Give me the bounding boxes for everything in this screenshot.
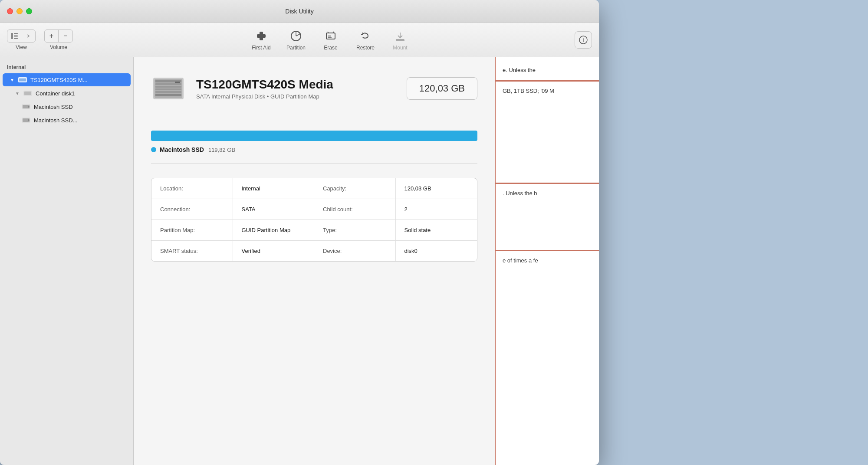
sidebar-section-header: Internal [0, 62, 133, 73]
info-cell-connection-value: SATA [233, 199, 315, 219]
partmap-value: GUID Partition Map [242, 227, 291, 233]
disk-icon-ts120 [18, 75, 27, 84]
table-row: Connection: SATA Child count: 2 [151, 199, 477, 220]
info-cell-device-label: Device: [314, 241, 396, 261]
view-chevron-button[interactable] [21, 30, 35, 42]
info-cell-location-value: Internal [233, 178, 315, 199]
right-panel-text4: e of times a fe [503, 256, 592, 265]
disclosure-arrow-container: ▼ [15, 91, 20, 96]
restore-icon [358, 29, 372, 43]
table-row: Location: Internal Capacity: 120,03 GB [151, 178, 477, 199]
table-row: SMART status: Verified Device: disk0 [151, 241, 477, 261]
sidebar: Internal ▼ TS120GMTS420S M... ▼ [0, 57, 134, 465]
info-cell-location-label: Location: [151, 178, 233, 199]
main-content: Internal ▼ TS120GMTS420S M... ▼ [0, 57, 599, 465]
add-volume-button[interactable]: + [45, 30, 59, 42]
disk-size-badge: 120,03 GB [407, 77, 477, 100]
disk-icon-container [23, 89, 32, 98]
view-toggle[interactable] [7, 29, 36, 43]
capacity-value: 120,03 GB [404, 185, 431, 192]
device-label: Device: [323, 248, 342, 254]
info-cell-smart-value: Verified [233, 241, 315, 261]
svg-rect-35 [155, 94, 181, 96]
right-panel-text2: GB, 1TB SSD; '09 M [503, 87, 592, 96]
legend-size: 119,82 GB [208, 147, 235, 153]
disk-utility-window: Disk Utility Vi [0, 0, 599, 465]
svg-rect-3 [14, 38, 18, 39]
info-cell-capacity-value: 120,03 GB [396, 178, 477, 199]
svg-line-7 [296, 34, 300, 36]
sidebar-item-mac-ssd2[interactable]: Macintosh SSD... [3, 114, 131, 127]
maximize-button[interactable] [26, 8, 32, 14]
minimize-button[interactable] [16, 8, 23, 14]
title-bar: Disk Utility [0, 0, 599, 23]
legend-dot [151, 147, 156, 152]
table-row: Partition Map: GUID Partition Map Type: … [151, 220, 477, 241]
erase-label: Erase [324, 45, 337, 51]
disk-name: TS120GMTS420S Media [196, 78, 396, 92]
svg-rect-0 [11, 33, 13, 39]
svg-rect-2 [14, 35, 18, 36]
type-value: Solid state [404, 227, 431, 233]
first-aid-icon [254, 29, 268, 43]
sidebar-item-label-ts120: TS120GMTS420S M... [30, 77, 88, 83]
sidebar-toggle-button[interactable] [7, 30, 21, 42]
info-cell-partmap-value: GUID Partition Map [233, 220, 315, 240]
first-aid-button[interactable]: First Aid [248, 29, 274, 51]
location-value: Internal [242, 185, 260, 192]
disk-icon-mac-ssd2 [22, 116, 30, 124]
sidebar-item-mac-ssd1[interactable]: Macintosh SSD [3, 100, 131, 113]
childcount-label: Child count: [323, 206, 353, 213]
right-panel-divider-3 [496, 250, 599, 251]
remove-volume-button[interactable]: − [59, 30, 72, 42]
svg-rect-33 [155, 88, 181, 90]
first-aid-label: First Aid [252, 45, 270, 51]
partition-bar-container: Macintosh SSD 119,82 GB [151, 131, 477, 153]
close-button[interactable] [7, 8, 13, 14]
legend-name: Macintosh SSD [160, 146, 204, 153]
info-button[interactable]: i [575, 31, 592, 49]
info-cell-smart-label: SMART status: [151, 241, 233, 261]
location-label: Location: [160, 185, 183, 192]
sidebar-item-ts120[interactable]: ▼ TS120GMTS420S M... [3, 73, 131, 86]
divider-1 [151, 120, 477, 120]
svg-point-24 [28, 106, 30, 108]
volume-label: Volume [50, 44, 67, 50]
restore-button[interactable]: Restore [352, 29, 378, 51]
disk-header: TS120GMTS420S Media SATA Internal Physic… [151, 71, 477, 106]
erase-icon [324, 29, 338, 43]
svg-rect-31 [155, 83, 181, 85]
connection-value: SATA [242, 206, 256, 213]
erase-button[interactable]: Erase [318, 29, 344, 51]
window-title: Disk Utility [285, 8, 313, 15]
svg-rect-21 [24, 92, 31, 95]
info-table: Location: Internal Capacity: 120,03 GB [151, 178, 477, 262]
smart-value: Verified [242, 248, 260, 254]
disk-icon-mac-ssd1 [22, 102, 30, 111]
svg-rect-19 [19, 79, 26, 81]
disclosure-arrow-ts120: ▼ [10, 77, 15, 82]
info-cell-capacity-label: Capacity: [314, 178, 396, 199]
info-cell-childcount-value: 2 [396, 199, 477, 219]
partmap-label: Partition Map: [160, 227, 195, 233]
disk-info: TS120GMTS420S Media SATA Internal Physic… [196, 78, 396, 100]
right-panel-divider-1 [496, 80, 599, 82]
svg-rect-32 [155, 86, 181, 88]
toolbar-actions: First Aid Partition [87, 29, 575, 51]
sidebar-item-container[interactable]: ▼ Container disk1 [3, 87, 131, 100]
right-panel-text3: . Unless the b [503, 189, 592, 198]
detail-panel: TS120GMTS420S Media SATA Internal Physic… [134, 57, 495, 465]
svg-point-27 [28, 119, 30, 121]
sidebar-item-label-mac-ssd1: Macintosh SSD [34, 104, 73, 110]
partition-button[interactable]: Partition [283, 29, 309, 51]
mount-button[interactable]: Mount [387, 29, 413, 51]
partition-label: Partition [286, 45, 306, 51]
toolbar: View + − Volume First Aid [0, 23, 599, 57]
svg-rect-5 [257, 34, 266, 38]
partition-icon [289, 29, 303, 43]
right-panel: e. Unless the GB, 1TB SSD; '09 M . Unles… [495, 57, 599, 465]
svg-rect-36 [175, 82, 180, 83]
volume-buttons: + − [44, 29, 73, 43]
info-cell-type-label: Type: [314, 220, 396, 240]
info-cell-connection-label: Connection: [151, 199, 233, 219]
